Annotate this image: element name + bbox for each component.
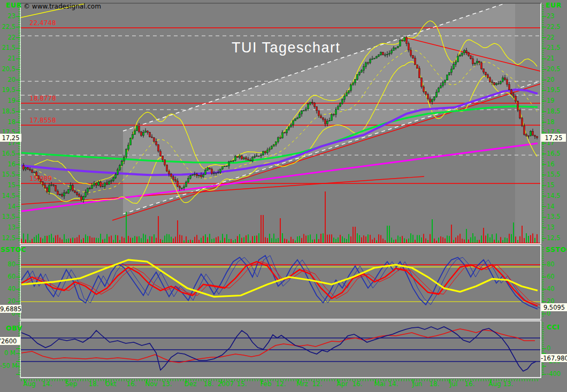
date-label: 15. [230, 380, 254, 388]
price-tick-label-right: 21,5 [547, 44, 561, 51]
copyright-watermark: © www.tradesignal.com [24, 3, 101, 10]
currency-label-right: EUR [546, 1, 562, 9]
price-tick-label-left: 19 [0, 97, 16, 104]
date-label: 16. [458, 380, 481, 388]
price-level-label: 15,089 [29, 175, 52, 182]
sstoc-value-box-right: 9,5095 [541, 303, 567, 311]
price-tick-label-right: 12,5 [547, 235, 561, 242]
price-tick-label-right: 19,5 [547, 87, 561, 94]
price-tick-label-left: 21,5 [0, 44, 16, 51]
price-tick-label-left: 14 [0, 203, 16, 210]
price-tick-label-left: 15,5 [0, 171, 16, 178]
price-tick-label-right: 21 [547, 55, 555, 62]
price-tick-label-left: 20,5 [0, 66, 16, 73]
price-tick-label-left: 13 [0, 224, 16, 231]
date-label: Sep [59, 380, 83, 388]
sstoc-tick-label-right: 40 [547, 286, 555, 293]
sstoc-value-box-left: 9,6885 [0, 305, 21, 313]
price-tick-label-left: 18,5 [0, 108, 16, 115]
price-tick-label-left: 22,5 [0, 24, 16, 30]
price-tick-label-right: 16 [547, 161, 555, 168]
date-label: Okt [99, 380, 122, 388]
obv-tick-label: 0 M [0, 350, 16, 357]
price-tick-label-left: 19,5 [0, 87, 16, 94]
sstoc-label-left: SSTOC [1, 245, 26, 253]
obv-value-box-left: 72600 [0, 337, 20, 345]
date-label: 13. [496, 380, 520, 388]
sstoc-tick-label-left: 80 [0, 261, 16, 268]
price-tick-label-left: 12,5 [0, 235, 16, 242]
date-label: 16. [346, 380, 369, 388]
sstoc-tick-label-left: 40 [0, 286, 16, 293]
price-tick-label-left: 23 [0, 13, 16, 20]
price-tick-label-left: 21 [0, 55, 16, 62]
date-label: 13. [155, 380, 179, 388]
price-level-label: 17,8558 [29, 117, 56, 124]
cci-tick-label: -400 [547, 371, 561, 378]
price-tick-label-left: 15 [0, 182, 16, 189]
price-tick-label-left: 22 [0, 34, 16, 41]
price-tick-label-left: 16 [0, 161, 16, 168]
sstoc-tick-label-right: 60 [547, 273, 555, 280]
date-label: 14. [381, 380, 405, 388]
last-price-box-right: 17,25 [541, 134, 566, 142]
price-level-label: 18,8778 [29, 95, 56, 102]
sstoc-tick-label-left: 60 [0, 273, 16, 280]
price-tick-label-right: 14 [547, 203, 555, 210]
cci-tick-label: 0 [547, 345, 550, 352]
price-tick-label-right: 13 [547, 224, 555, 231]
obv-tick-label: -50 M [0, 363, 16, 370]
price-tick-label-right: 15 [547, 182, 555, 189]
date-label: 14. [35, 380, 59, 388]
price-tick-label-right: 18,5 [547, 108, 561, 115]
chart-canvas[interactable] [0, 0, 567, 392]
price-tick-label-left: 18 [0, 119, 16, 126]
cci-value-box-right: -167,980 [541, 354, 567, 362]
price-tick-label-right: 16,5 [547, 150, 561, 157]
last-price-box-left: 17,25 [0, 134, 21, 142]
obv-label: OBV [6, 324, 22, 332]
price-tick-label-right: 20 [547, 76, 555, 83]
date-label: 12. [305, 380, 329, 388]
chart-title: TUI Tageschart [232, 40, 341, 56]
price-tick-label-right: 19 [547, 97, 555, 104]
price-tick-label-left: 16,5 [0, 150, 16, 157]
price-tick-label-left: 14,5 [0, 193, 16, 199]
tradesignal-chart-window: © www.tradesignal.com TUI Tageschart EUR… [0, 0, 567, 392]
price-tick-label-right: 13,5 [547, 213, 561, 220]
price-tick-label-right: 23 [547, 13, 555, 20]
price-tick-label-left: 20 [0, 76, 16, 83]
price-tick-label-right: 15,5 [547, 171, 561, 178]
sstoc-tick-label-right: 80 [547, 261, 555, 268]
date-label: 12. [269, 380, 293, 388]
sstoc-tick-label-left: 20 [0, 298, 16, 305]
price-tick-label-right: 22 [547, 34, 555, 41]
sstoc-label-right: SSTOC [546, 245, 567, 253]
cci-label: CCI [547, 323, 560, 331]
price-tick-label-right: 20,5 [547, 66, 561, 73]
price-tick-label-left: 13,5 [0, 213, 16, 220]
price-tick-label-right: 22,5 [547, 24, 561, 30]
price-level-label: 22,4748 [29, 19, 56, 27]
currency-label-left: EUR [6, 1, 22, 9]
price-tick-label-right: 14,5 [547, 193, 561, 199]
price-tick-label-right: 18 [547, 119, 555, 126]
